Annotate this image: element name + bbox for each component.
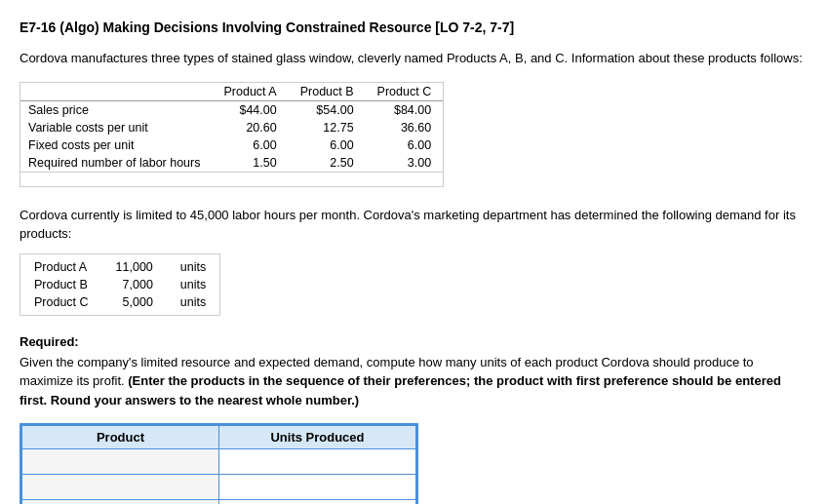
answer-units-input-1[interactable]	[235, 454, 400, 469]
demand-label-a: Product A	[20, 258, 102, 276]
cell-fix-cost-a: 6.00	[213, 136, 289, 154]
row-label-sales-price: Sales price	[20, 100, 213, 119]
row-label-labor-hours: Required number of labor hours	[20, 154, 213, 173]
cell-sales-price-a: $44.00	[213, 100, 289, 119]
cell-fix-cost-c: 6.00	[366, 136, 444, 154]
demand-amount-b: 7,000	[102, 276, 167, 293]
demand-row-c: Product C 5,000 units	[20, 293, 219, 311]
req-text-bold: (Enter the products in the sequence of t…	[20, 373, 781, 407]
required-section: Required: Given the company's limited re…	[20, 334, 807, 410]
cell-fix-cost-b: 6.00	[289, 136, 366, 154]
answer-units-input-2[interactable]	[235, 480, 400, 494]
answer-units-2[interactable]	[219, 475, 416, 500]
answer-row-3	[22, 500, 416, 505]
answer-product-3[interactable]	[22, 500, 219, 505]
row-label-fixed-costs: Fixed costs per unit	[20, 136, 213, 154]
table-header-product-c: Product C	[366, 83, 444, 101]
cell-var-cost-a: 20.60	[213, 119, 289, 136]
product-info-table-container: Product A Product B Product C Sales pric…	[20, 82, 444, 187]
row-label-variable-costs: Variable costs per unit	[20, 119, 213, 136]
table-row: Variable costs per unit 20.60 12.75 36.6…	[20, 119, 443, 136]
cell-sales-price-b: $54.00	[289, 100, 366, 119]
answer-units-3[interactable]	[219, 500, 416, 505]
required-label: Required:	[20, 334, 807, 349]
answer-units-1[interactable]	[219, 449, 416, 475]
answer-product-2[interactable]	[22, 475, 219, 500]
answer-header-units: Units Produced	[219, 426, 416, 449]
demand-row-b: Product B 7,000 units	[20, 276, 219, 293]
table-header-product-b: Product B	[289, 83, 366, 101]
page-title: E7-16 (Algo) Making Decisions Involving …	[20, 19, 807, 35]
cell-sales-price-c: $84.00	[366, 100, 444, 119]
answer-row-1	[22, 449, 416, 475]
demand-table: Product A 11,000 units Product B 7,000 u…	[20, 258, 219, 311]
table-header-product-a: Product A	[213, 83, 289, 101]
demand-unit-c: units	[167, 293, 219, 311]
table-row: Fixed costs per unit 6.00 6.00 6.00	[20, 136, 443, 154]
product-info-table: Product A Product B Product C Sales pric…	[20, 83, 443, 173]
answer-table-container: Product Units Produced	[20, 423, 418, 504]
demand-unit-b: units	[167, 276, 219, 293]
demand-amount-a: 11,000	[102, 258, 167, 276]
demand-table-container: Product A 11,000 units Product B 7,000 u…	[20, 253, 220, 316]
demand-row-a: Product A 11,000 units	[20, 258, 219, 276]
demand-unit-a: units	[167, 258, 219, 276]
answer-product-1[interactable]	[22, 449, 219, 475]
answer-product-input-1[interactable]	[38, 454, 203, 469]
required-text: Given the company's limited resource and…	[20, 353, 807, 410]
demand-label-c: Product C	[20, 293, 102, 311]
demand-section: Cordova currently is limited to 45,000 l…	[20, 206, 807, 319]
cell-labor-c: 3.00	[366, 154, 444, 173]
table-header-label	[20, 83, 213, 101]
answer-product-input-2[interactable]	[38, 480, 203, 494]
answer-header-product: Product	[22, 426, 219, 449]
table-row: Required number of labor hours 1.50 2.50…	[20, 154, 443, 173]
cell-labor-a: 1.50	[213, 154, 289, 173]
demand-label-b: Product B	[20, 276, 102, 293]
cell-labor-b: 2.50	[289, 154, 366, 173]
intro-paragraph: Cordova manufactures three types of stai…	[20, 49, 807, 68]
table-row: Sales price $44.00 $54.00 $84.00	[20, 100, 443, 119]
demand-amount-c: 5,000	[102, 293, 167, 311]
demand-intro-text: Cordova currently is limited to 45,000 l…	[20, 206, 807, 244]
cell-var-cost-b: 12.75	[289, 119, 366, 136]
cell-var-cost-c: 36.60	[366, 119, 444, 136]
answer-table: Product Units Produced	[21, 425, 416, 504]
answer-row-2	[22, 475, 416, 500]
